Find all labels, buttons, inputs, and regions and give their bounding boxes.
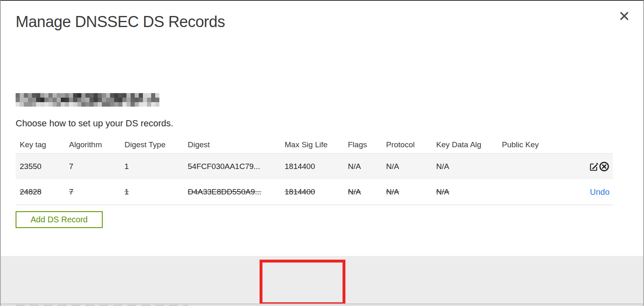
column-header-public-key: Public Key (498, 140, 551, 149)
page-title: Manage DNSSEC DS Records (16, 13, 225, 31)
instruction-text: Choose how to set up your DS records. (16, 118, 173, 129)
ds-records-table: Key tag Algorithm Digest Type Digest Max… (16, 136, 613, 205)
edit-record-icon[interactable] (588, 161, 599, 172)
cell-flags: N/A (344, 187, 382, 196)
cell-key-tag: 23550 (16, 162, 65, 171)
cell-digest: D4A33E8DD550A9... (184, 187, 281, 196)
cell-digest-type: 1 (120, 187, 184, 196)
redacted-domain-name (16, 93, 159, 107)
cell-algorithm: 7 (65, 162, 120, 171)
cell-key-data-alg: N/A (432, 187, 498, 196)
dnssec-modal: Manage DNSSEC DS Records Choose how to s… (0, 0, 644, 306)
cell-key-data-alg: N/A (432, 162, 498, 171)
column-header-algorithm: Algorithm (65, 140, 120, 149)
column-header-key-data-alg: Key Data Alg (432, 140, 498, 149)
cell-algorithm: 7 (65, 187, 120, 196)
table-row: 23550 7 1 54FCF030AA1C79... 1814400 N/A … (16, 153, 613, 179)
column-header-max-sig-life: Max Sig Life (281, 140, 344, 149)
add-ds-record-button[interactable]: Add DS Record (16, 211, 103, 228)
column-header-key-tag: Key tag (16, 140, 65, 149)
cell-max-sig-life: 1814400 (281, 187, 344, 196)
column-header-digest-type: Digest Type (120, 140, 184, 149)
column-header-digest: Digest (184, 140, 281, 149)
delete-record-icon[interactable] (599, 161, 610, 172)
cell-protocol: N/A (382, 187, 432, 196)
close-icon[interactable] (618, 10, 630, 22)
table-row-marked-for-deletion: 24828 7 1 D4A33E8DD550A9... 1814400 N/A … (16, 179, 613, 205)
cell-protocol: N/A (382, 162, 432, 171)
table-header-row: Key tag Algorithm Digest Type Digest Max… (16, 136, 613, 153)
cell-key-tag: 24828 (16, 187, 65, 196)
cell-digest: 54FCF030AA1C79... (184, 162, 281, 171)
cell-max-sig-life: 1814400 (281, 162, 344, 171)
cell-digest-type: 1 (120, 162, 184, 171)
undo-link[interactable]: Undo (590, 187, 610, 197)
column-header-flags: Flags (344, 140, 382, 149)
column-header-protocol: Protocol (382, 140, 432, 149)
modal-footer: Save Cancel (1, 256, 644, 304)
cell-flags: N/A (344, 162, 382, 171)
